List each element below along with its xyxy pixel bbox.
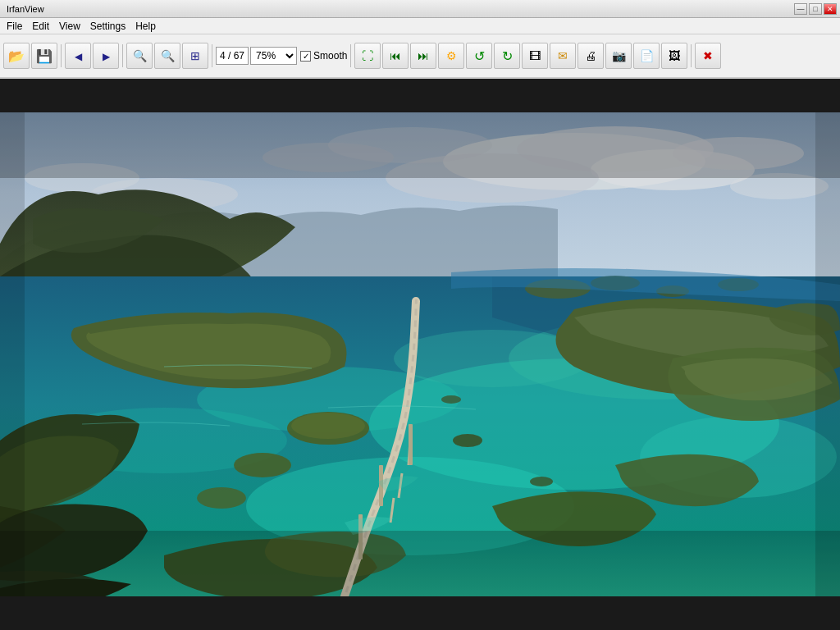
- back-button[interactable]: [65, 43, 91, 69]
- separator-2: [122, 44, 123, 67]
- rotate-left-icon: [474, 48, 485, 64]
- page-counter: 4 / 67: [216, 47, 249, 65]
- scan-icon: [640, 48, 654, 63]
- svg-rect-37: [0, 112, 25, 596]
- minimize-button[interactable]: —: [794, 3, 807, 15]
- forward-icon: [103, 48, 110, 63]
- svg-point-24: [291, 413, 365, 439]
- email-icon: [558, 48, 568, 63]
- smooth-checkbox[interactable]: ✓: [300, 51, 311, 62]
- email-button[interactable]: [550, 43, 576, 69]
- zoom-in-button[interactable]: [126, 43, 153, 69]
- camera-button[interactable]: [605, 43, 632, 69]
- menu-settings[interactable]: Settings: [85, 19, 130, 34]
- smooth-text: Smooth: [313, 50, 347, 62]
- window-title: IrfanView: [7, 4, 44, 14]
- zoom-select[interactable]: 25% 50% 75% 100% 150% 200%: [250, 47, 297, 65]
- menu-bar: File Edit View Settings Help: [0, 18, 840, 34]
- film-button[interactable]: [522, 43, 548, 69]
- separator-4: [350, 44, 351, 67]
- thumbnail-button[interactable]: [661, 43, 687, 69]
- menu-view[interactable]: View: [54, 19, 85, 34]
- open-button[interactable]: [3, 43, 30, 69]
- next-icon: [418, 48, 429, 63]
- svg-rect-38: [815, 112, 840, 596]
- prev-icon: [390, 48, 401, 63]
- smooth-label[interactable]: ✓ Smooth: [300, 50, 347, 62]
- svg-rect-33: [409, 424, 413, 465]
- camera-icon: [612, 48, 626, 63]
- next-button[interactable]: [410, 43, 436, 69]
- zoom-in-icon: [133, 48, 147, 63]
- svg-rect-36: [0, 112, 840, 178]
- scan-button[interactable]: [633, 43, 660, 69]
- svg-point-28: [530, 477, 553, 486]
- thumbnail-icon: [669, 48, 680, 63]
- save-icon: [36, 48, 52, 64]
- back-icon: [75, 48, 82, 63]
- exit-icon: [703, 48, 713, 63]
- svg-point-25: [234, 453, 291, 477]
- menu-file[interactable]: File: [2, 19, 27, 34]
- settings-icon: [446, 48, 457, 63]
- rotate-right-button[interactable]: [494, 43, 520, 69]
- maximize-button[interactable]: □: [809, 3, 822, 15]
- fit-icon: [190, 48, 200, 63]
- film-icon: [529, 48, 541, 63]
- separator-5: [691, 44, 692, 67]
- fullscreen-icon: [362, 48, 373, 63]
- landscape-svg: [0, 112, 840, 596]
- svg-point-29: [441, 395, 461, 404]
- toolbar: 4 / 67 25% 50% 75% 100% 150% 200% ✓ Smoo…: [0, 34, 840, 79]
- zoom-out-icon: [161, 48, 175, 63]
- save-button[interactable]: [31, 43, 57, 69]
- svg-point-26: [197, 487, 246, 509]
- menu-edit[interactable]: Edit: [27, 19, 54, 34]
- settings-button[interactable]: [438, 43, 464, 69]
- prev-button[interactable]: [382, 43, 409, 69]
- close-button[interactable]: ✕: [824, 3, 837, 15]
- menu-help[interactable]: Help: [130, 19, 161, 34]
- title-bar: IrfanView — □ ✕: [0, 0, 840, 18]
- zoom-out-button[interactable]: [154, 43, 180, 69]
- open-icon: [8, 48, 25, 64]
- print-icon: [585, 48, 596, 63]
- fit-button[interactable]: [182, 43, 208, 69]
- svg-point-27: [453, 434, 482, 447]
- separator-1: [61, 44, 62, 67]
- displayed-image: [0, 112, 840, 596]
- image-area: [0, 79, 840, 630]
- forward-button[interactable]: [93, 43, 119, 69]
- rotate-left-button[interactable]: [466, 43, 492, 69]
- separator-3: [212, 44, 212, 67]
- fullscreen-button[interactable]: [354, 43, 381, 69]
- print-button[interactable]: [578, 43, 604, 69]
- rotate-right-icon: [502, 48, 513, 64]
- window-controls: — □ ✕: [794, 3, 837, 15]
- svg-rect-39: [0, 531, 840, 596]
- exit-button[interactable]: [695, 43, 721, 69]
